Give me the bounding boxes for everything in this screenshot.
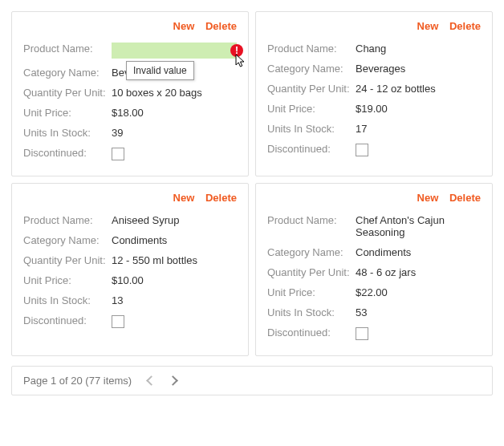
discontinued-checkbox[interactable] (112, 315, 124, 328)
label-stock: Units In Stock: (267, 123, 356, 135)
value-price: $18.00 (112, 107, 237, 119)
label-price: Unit Price: (267, 103, 356, 115)
label-stock: Units In Stock: (23, 294, 112, 306)
delete-button[interactable]: Delete (205, 20, 237, 32)
product-card: New Delete Product Name: Chang Category … (255, 11, 493, 176)
new-button[interactable]: New (417, 192, 439, 204)
value-qty: 48 - 6 oz jars (356, 266, 481, 278)
label-category-name: Category Name: (23, 234, 112, 246)
product-card: New Delete Product Name: Aniseed Syrup C… (11, 183, 249, 356)
product-card: New Delete Product Name: ! Invalid value… (11, 11, 249, 176)
label-category-name: Category Name: (267, 63, 356, 75)
value-stock: 17 (356, 123, 481, 135)
pager: Page 1 of 20 (77 items) (11, 366, 493, 395)
value-price: $22.00 (356, 286, 481, 298)
product-card: New Delete Product Name: Chef Anton's Ca… (255, 183, 493, 356)
chevron-left-icon[interactable] (146, 375, 156, 386)
value-price: $10.00 (112, 274, 237, 286)
error-icon[interactable]: ! (230, 44, 243, 57)
label-stock: Units In Stock: (23, 127, 112, 139)
value-category-name: Condiments (356, 246, 481, 258)
product-name-input[interactable]: ! (112, 43, 237, 59)
value-qty: 12 - 550 ml bottles (112, 254, 237, 266)
value-product-name: Aniseed Syrup (112, 214, 237, 226)
new-button[interactable]: New (417, 20, 439, 32)
label-discontinued: Discontinued: (267, 143, 356, 155)
discontinued-checkbox[interactable] (356, 327, 368, 340)
value-price: $19.00 (356, 103, 481, 115)
new-button[interactable]: New (173, 192, 195, 204)
new-button[interactable]: New (173, 20, 195, 32)
value-stock: 13 (112, 294, 237, 306)
value-product-name: Chang (356, 43, 481, 55)
label-qty: Quantity Per Unit: (267, 83, 356, 95)
value-stock: 39 (112, 127, 237, 139)
value-product-name: Chef Anton's Cajun Seasoning (356, 214, 481, 238)
delete-button[interactable]: Delete (205, 192, 237, 204)
discontinued-checkbox[interactable] (112, 148, 124, 160)
chevron-right-icon[interactable] (168, 375, 178, 386)
label-price: Unit Price: (23, 107, 112, 119)
value-category-name: Condiments (112, 234, 237, 246)
label-discontinued: Discontinued: (23, 314, 112, 326)
label-qty: Quantity Per Unit: (267, 266, 356, 278)
label-product-name: Product Name: (23, 43, 112, 55)
label-price: Unit Price: (267, 286, 356, 298)
label-category-name: Category Name: (23, 67, 112, 79)
value-qty: 10 boxes x 20 bags (112, 87, 237, 99)
value-category-name: Beverages (356, 63, 481, 75)
label-product-name: Product Name: (23, 214, 112, 226)
discontinued-checkbox[interactable] (356, 144, 368, 156)
label-category-name: Category Name: (267, 246, 356, 258)
pager-text: Page 1 of 20 (77 items) (23, 375, 132, 387)
label-qty: Quantity Per Unit: (23, 254, 112, 266)
label-discontinued: Discontinued: (23, 147, 112, 159)
label-price: Unit Price: (23, 274, 112, 286)
error-tooltip: Invalid value (126, 61, 194, 80)
value-stock: 53 (356, 306, 481, 318)
label-product-name: Product Name: (267, 43, 356, 55)
card-grid: New Delete Product Name: ! Invalid value… (11, 11, 493, 356)
value-qty: 24 - 12 oz bottles (356, 83, 481, 95)
label-qty: Quantity Per Unit: (23, 87, 112, 99)
delete-button[interactable]: Delete (449, 192, 481, 204)
label-product-name: Product Name: (267, 214, 356, 226)
delete-button[interactable]: Delete (449, 20, 481, 32)
label-discontinued: Discontinued: (267, 326, 356, 339)
label-stock: Units In Stock: (267, 306, 356, 318)
